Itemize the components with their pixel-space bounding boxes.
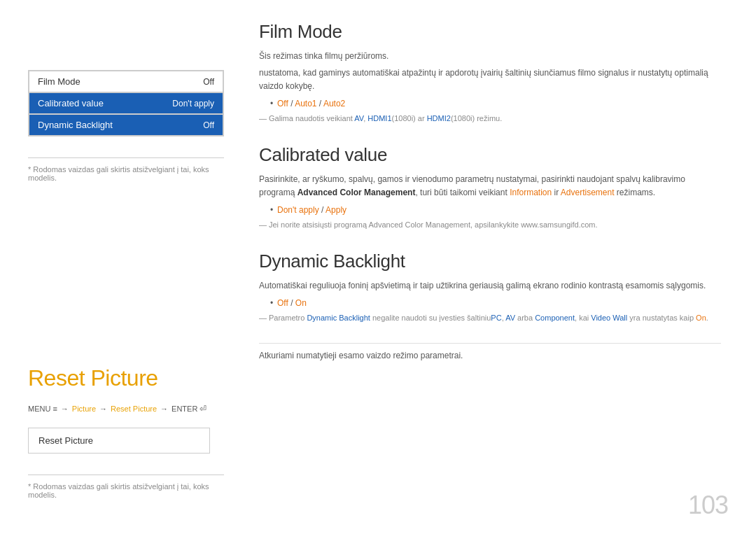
dynamic-backlight-bullet-1: Off / On [270,298,721,308]
reset-picture-right-desc: Atkuriami numatytieji esamo vaizdo režim… [259,351,721,360]
advertisement-link: Advertisement [561,188,615,197]
menu-keyword: MENU [28,405,50,413]
dynamic-backlight-bullets: Off / On [259,298,721,308]
arrow-1: → [61,405,69,413]
dont-apply-option: Don't apply [277,205,319,215]
calibrated-bullets: Don't apply / Apply [259,205,721,215]
menu-row-calibrated-label: Calibrated value [38,98,104,108]
reset-picture-title-left: Reset Picture [28,365,224,391]
menu-row-dynamic-backlight-label: Dynamic Backlight [38,120,113,130]
menu-row-calibrated-value: Don't apply [172,99,214,108]
db-sep: / [290,298,295,308]
section-reset-picture-right: Atkuriami numatytieji esamo vaizdo režim… [259,351,721,360]
hdmi1-link: HDMI1 [368,114,391,122]
information-link: Information [510,188,552,197]
db-link: Dynamic Backlight [307,314,370,322]
film-mode-short-desc: Šis režimas tinka filmų peržiūroms. [259,50,721,62]
menu-row-dynamic-backlight-value: Off [203,120,214,130]
menu-icon: ≡ [52,405,57,413]
film-mode-off: Off [277,99,288,108]
av-db-link: AV [505,314,515,322]
menu-table: Film Mode Off Calibrated value Don't app… [28,70,224,136]
menu-path: MENU ≡ → Picture → Reset Picture → ENTER… [28,404,224,414]
enter-keyword: ENTER [172,405,197,413]
section-dynamic-backlight: Dynamic Backlight Automatiškai reguliuoj… [259,251,721,324]
hdmi2-link: HDMI2 [427,114,451,122]
component-link: Component [535,314,575,322]
calibrated-value-title: Calibrated value [259,144,721,166]
film-mode-auto2: Auto2 [323,99,345,108]
film-mode-title: Film Mode [259,21,721,43]
menu-row-calibrated[interactable]: Calibrated value Don't apply [29,92,223,114]
path-reset-picture: Reset Picture [111,405,157,413]
film-mode-dash-note: Galima naudotis veikiant AV, HDMI1(1080i… [259,113,721,125]
left-bottom-note: * Rodomas vaizdas gali skirtis atsižvelg… [28,475,224,499]
left-top-section: Film Mode Off Calibrated value Don't app… [28,70,224,182]
page-number: 103 [688,491,728,520]
right-panel: Film Mode Šis režimas tinka filmų peržiū… [238,0,756,534]
arrow-2: → [99,405,107,413]
path-picture: Picture [72,405,96,413]
menu-row-dynamic-backlight[interactable]: Dynamic Backlight Off [29,114,223,136]
reset-picture-box-label: Reset Picture [38,435,93,446]
film-mode-bullet-1: Off / Auto1 / Auto2 [270,99,721,108]
dynamic-backlight-long-desc: Automatiškai reguliuoja foninį apšvietim… [259,279,721,293]
menu-row-film-mode[interactable]: Film Mode Off [29,71,223,92]
arrow-3: → [160,405,168,413]
calibrated-value-long-desc: Pasirinkite, ar ryškumo, spalvų, gamos i… [259,173,721,199]
left-top-note: * Rodomas vaizdas gali skirtis atsižvelg… [28,157,224,182]
left-bottom-section: Reset Picture MENU ≡ → Picture → Reset P… [28,365,224,520]
menu-row-film-mode-value: Off [203,77,214,87]
videowall-link: Video Wall [591,314,627,322]
enter-icon: ⏎ [200,404,206,414]
db-on-option: On [295,298,307,308]
calibrated-dash-note: Jei norite atsisiųsti programą Advanced … [259,219,721,231]
dynamic-backlight-title: Dynamic Backlight [259,251,721,272]
av-link: AV [354,114,363,122]
section-calibrated-value: Calibrated value Pasirinkite, ar ryškumo… [259,144,721,231]
menu-row-film-mode-label: Film Mode [38,76,80,87]
section-divider [259,343,721,344]
pc-link: PC [491,314,501,322]
dynamic-backlight-dash-note: Parametro Dynamic Backlight negalite nau… [259,312,721,324]
apply-option: Apply [326,205,346,215]
film-mode-long-desc: nustatoma, kad gaminys automatiškai atpa… [259,66,721,93]
film-mode-auto1: Auto1 [295,99,316,108]
db-off-option: Off [277,298,288,308]
reset-picture-box[interactable]: Reset Picture [28,428,210,454]
on-link: On [696,314,706,322]
left-panel: Film Mode Off Calibrated value Don't app… [0,0,238,534]
film-mode-bullets: Off / Auto1 / Auto2 [259,99,721,108]
section-film-mode: Film Mode Šis režimas tinka filmų peržiū… [259,21,721,125]
acm-bold: Advanced Color Management [298,188,416,197]
calibrated-bullet-1: Don't apply / Apply [270,205,721,215]
